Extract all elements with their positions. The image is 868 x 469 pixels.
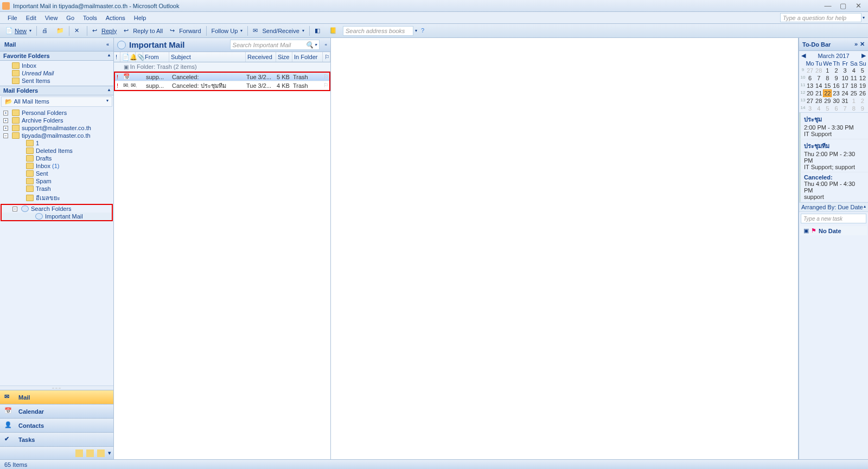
calendar-day[interactable]: 9: [832, 74, 840, 82]
calendar-day[interactable]: 3: [841, 67, 850, 74]
calendar-day[interactable]: 18: [850, 82, 858, 89]
calendar-day[interactable]: 27: [806, 97, 814, 105]
all-mail-items[interactable]: 📂 All Mail Items▾: [1, 97, 112, 107]
tree-junk-thai[interactable]: อีเมลขยะ: [0, 192, 113, 203]
expand-icon[interactable]: +: [3, 126, 8, 131]
tree-deleted-items[interactable]: Deleted Items: [0, 147, 113, 155]
calendar-day[interactable]: 29: [823, 97, 832, 105]
expand-icon[interactable]: +: [3, 118, 8, 123]
expand-todo-icon[interactable]: »: [854, 41, 858, 48]
calendar-day[interactable]: 21: [814, 89, 823, 97]
new-task-input[interactable]: Type a new task: [801, 214, 866, 223]
tree-account-support[interactable]: +support@mailmaster.co.th: [0, 124, 113, 132]
calendar-day[interactable]: 7: [814, 74, 823, 82]
calendar-day[interactable]: 6: [806, 74, 814, 82]
menu-tools[interactable]: Tools: [79, 14, 101, 22]
list-search[interactable]: Search Important Mail🔍▾: [230, 40, 320, 50]
calendar-day[interactable]: 19: [858, 82, 867, 89]
nav-calendar-button[interactable]: 📅Calendar: [0, 404, 113, 418]
tree-search-folders[interactable]: −Search Folders: [2, 205, 112, 213]
calendar-day[interactable]: 30: [832, 97, 840, 105]
send-receive-button[interactable]: ✉Send/Receive▾: [250, 25, 308, 36]
tree-personal-folders[interactable]: +Personal Folders: [0, 109, 113, 117]
tree-folder-1[interactable]: 1: [0, 139, 113, 147]
group-header[interactable]: ▣ In Folder: Trash (2 items): [114, 62, 330, 72]
close-button[interactable]: ✕: [851, 1, 866, 11]
tree-account-tipyada[interactable]: −tipyada@mailmaster.co.th: [0, 132, 113, 139]
calendar-day[interactable]: 26: [858, 89, 867, 97]
expand-search-icon[interactable]: «: [325, 42, 327, 47]
favorite-folders-header[interactable]: Favorite Folders▴: [0, 51, 113, 61]
tree-trash[interactable]: Trash: [0, 185, 113, 192]
col-infolder[interactable]: In Folder: [292, 52, 323, 62]
calendar-day[interactable]: 28: [814, 67, 823, 74]
print-button[interactable]: 🖨: [39, 25, 53, 36]
col-from[interactable]: From: [143, 52, 169, 62]
calendar-day[interactable]: 2: [858, 97, 867, 105]
calendar-day[interactable]: 24: [841, 89, 850, 97]
col-subject[interactable]: Subject: [169, 52, 246, 62]
calendar-day[interactable]: 28: [814, 97, 823, 105]
collapse-icon[interactable]: −: [12, 207, 17, 211]
calendar-day[interactable]: 25: [850, 89, 858, 97]
collapse-icon[interactable]: −: [3, 133, 8, 138]
help-button[interactable]: ?: [418, 25, 432, 36]
tree-important-mail[interactable]: Important Mail: [2, 213, 112, 220]
calendar-day[interactable]: 11: [850, 74, 858, 82]
appointment[interactable]: ประชุม 2:00 PM - 3:30 PM IT Support: [799, 113, 868, 139]
favorite-sent[interactable]: Sent Items: [0, 77, 113, 85]
shortcuts-icon[interactable]: [97, 449, 105, 457]
appointment[interactable]: ประชุมทีม Thu 2:00 PM - 2:30 PM IT Suppo…: [799, 139, 868, 172]
forward-button[interactable]: ↪Forward: [167, 25, 204, 36]
calendar-day[interactable]: 22: [823, 89, 832, 97]
address-book-button[interactable]: 📒: [326, 25, 340, 36]
col-attachment[interactable]: 📎: [136, 52, 143, 62]
col-importance[interactable]: !: [114, 52, 120, 62]
new-button[interactable]: 📄New▾: [2, 25, 35, 36]
col-reminder[interactable]: 🔔: [128, 52, 136, 62]
calendar-day[interactable]: 20: [806, 89, 814, 97]
flag-icon[interactable]: ⚐: [322, 73, 329, 80]
search-icon[interactable]: 🔍: [305, 41, 314, 49]
followup-button[interactable]: Follow Up▾: [208, 26, 246, 36]
calendar-day[interactable]: 15: [823, 82, 832, 89]
calendar-day[interactable]: 3: [806, 105, 814, 112]
next-month-icon[interactable]: ▶: [861, 52, 866, 59]
close-todo-icon[interactable]: ✕: [860, 41, 865, 48]
calendar-day[interactable]: 9: [858, 105, 867, 112]
nav-grippy[interactable]: ┉┉┉: [0, 386, 113, 390]
menu-file[interactable]: File: [3, 14, 22, 22]
notes-icon[interactable]: [75, 449, 83, 457]
col-size[interactable]: Size: [276, 52, 292, 62]
calendar-day[interactable]: 7: [841, 105, 850, 112]
calendar-day[interactable]: 8: [823, 74, 832, 82]
prev-month-icon[interactable]: ◀: [801, 52, 806, 59]
expand-icon[interactable]: ▣: [803, 227, 809, 234]
tree-sent[interactable]: Sent: [0, 170, 113, 177]
calendar-day[interactable]: 5: [823, 105, 832, 112]
nav-mail-button[interactable]: ✉Mail: [0, 390, 113, 404]
tree-archive-folders[interactable]: +Archive Folders: [0, 117, 113, 124]
address-search[interactable]: Search address books: [343, 26, 413, 36]
calendar-day[interactable]: 31: [841, 97, 850, 105]
tree-inbox[interactable]: Inbox (1): [0, 162, 113, 170]
folder-list-icon[interactable]: [86, 449, 94, 457]
col-flag[interactable]: ⚐: [323, 52, 330, 62]
calendar-day[interactable]: 2: [832, 67, 840, 74]
calendar-day[interactable]: 1: [823, 67, 832, 74]
calendar-day[interactable]: 27: [806, 67, 814, 74]
help-dropdown-icon[interactable]: ▾: [863, 15, 865, 20]
calendar-day[interactable]: 14: [814, 82, 823, 89]
tree-drafts[interactable]: Drafts: [0, 155, 113, 162]
minimize-button[interactable]: —: [820, 1, 835, 11]
calendar-day[interactable]: 5: [858, 67, 867, 74]
categorize-button[interactable]: ◧: [311, 25, 326, 36]
reply-button[interactable]: ↩Reply: [89, 25, 120, 36]
menu-help[interactable]: Help: [130, 14, 151, 22]
menu-actions[interactable]: Actions: [101, 14, 130, 22]
menu-edit[interactable]: Edit: [22, 14, 41, 22]
collapse-nav-icon[interactable]: «: [106, 42, 109, 47]
reply-all-button[interactable]: ↩Reply to All: [120, 25, 166, 36]
address-search-dropdown-icon[interactable]: ▾: [415, 28, 417, 33]
appointment[interactable]: Canceled: Thu 4:00 PM - 4:30 PM support: [799, 172, 868, 202]
